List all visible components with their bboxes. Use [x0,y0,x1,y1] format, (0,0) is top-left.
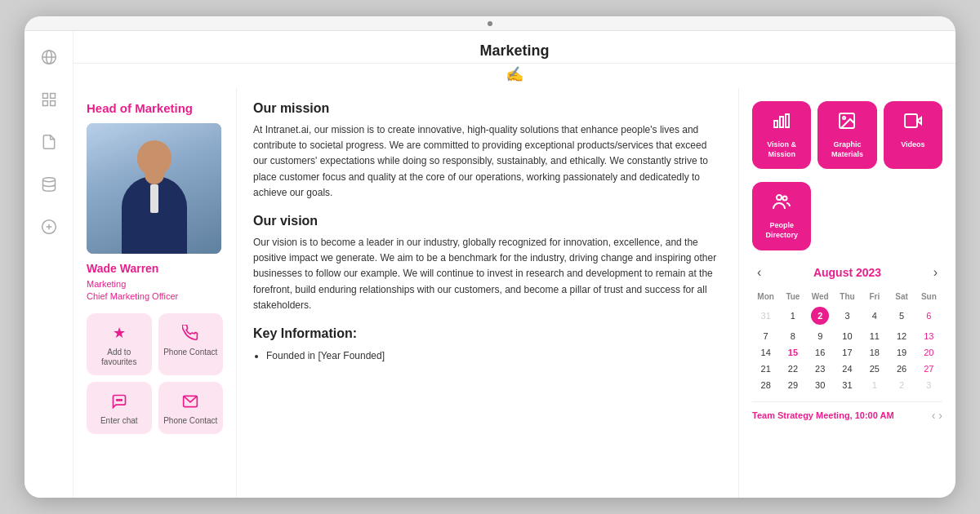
calendar-day-cell[interactable]: 7 [752,328,779,344]
calendar-day-cell[interactable]: 29 [779,377,806,393]
svg-rect-17 [786,114,789,127]
calendar-next-button[interactable]: › [929,264,942,281]
key-info-label: Key Information: [253,326,722,341]
database-icon[interactable] [36,171,62,197]
svg-point-22 [777,195,782,200]
calendar-day-cell[interactable]: 21 [752,361,779,377]
calendar-day-cell[interactable]: 5 [888,304,915,328]
left-column: Head of Marketing [74,88,237,498]
weekday-fri: Fri [861,290,888,304]
calendar-day-cell[interactable]: 1 [779,304,806,328]
calendar-day-cell[interactable]: 15 [779,344,806,361]
grid-icon[interactable] [36,86,62,113]
bar-chart-icon [772,111,791,135]
calendar-day-cell[interactable]: 20 [915,344,942,361]
camera-dot [488,21,492,26]
svg-rect-16 [780,117,783,127]
event-next-button[interactable]: › [938,409,942,422]
phone-contact-button-1[interactable]: Phone Contact [158,313,224,375]
calendar-day-cell[interactable]: 11 [861,328,888,344]
people-icon [772,192,791,216]
svg-rect-6 [50,101,55,106]
globe-icon[interactable] [36,44,62,70]
calendar-day-cell[interactable]: 6 [915,304,942,328]
quick-link-vision-mission[interactable]: Vision &Mission [752,101,811,169]
phone-icon-1 [179,321,202,344]
event-prev-button[interactable]: ‹ [932,409,936,422]
calendar-day-cell[interactable]: 13 [915,328,942,344]
image-icon [837,111,857,135]
calendar-day-cell[interactable]: 12 [888,328,915,344]
calendar-day-cell[interactable]: 28 [752,377,779,393]
enter-chat-button[interactable]: Enter chat [87,382,152,434]
mission-title: Our mission [253,101,722,116]
svg-point-11 [116,399,118,401]
calendar-day-cell[interactable]: 26 [888,361,915,377]
calendar-day-cell[interactable]: 23 [807,361,834,377]
calendar-day-cell[interactable]: 10 [834,328,861,344]
calendar-day-cell[interactable]: 27 [915,361,942,377]
calendar-prev-button[interactable]: ‹ [752,264,766,281]
add-icon[interactable] [36,214,62,240]
calendar-day-cell[interactable]: 25 [861,361,888,377]
calendar-day-cell[interactable]: 31 [752,304,779,328]
calendar-day-cell[interactable]: 14 [752,344,779,361]
calendar-day-cell[interactable]: 2 [807,304,834,328]
star-icon: ★ [108,321,131,344]
mission-text: At Intranet.ai, our mission is to create… [253,122,722,201]
svg-rect-15 [774,121,777,127]
add-favourites-label: Add to favourites [91,348,147,367]
vision-text: Our vision is to become a leader in our … [253,235,722,313]
weekday-mon: Mon [752,290,779,304]
svg-rect-5 [42,101,47,106]
svg-point-19 [843,117,845,119]
videos-label: Videos [901,140,924,150]
phone-contact-label-2: Phone Contact [163,416,217,426]
svg-rect-3 [42,94,47,99]
calendar-day-cell[interactable]: 31 [834,377,861,393]
calendar-day-cell[interactable]: 16 [807,344,834,361]
chat-icon [108,390,131,413]
calendar-week-row: 78910111213 [752,328,942,344]
calendar-day-cell[interactable]: 17 [834,344,861,361]
person-name: Wade Warren [87,262,223,275]
svg-rect-4 [50,94,55,99]
weekday-wed: Wed [807,290,834,304]
three-column-layout: Head of Marketing [74,88,956,498]
calendar-day-cell[interactable]: 1 [861,377,888,393]
calendar-day-cell[interactable]: 4 [861,304,888,328]
phone-contact-button-2[interactable]: Phone Contact [158,382,224,434]
head-of-marketing-label: Head of Marketing [87,101,223,115]
calendar-day-cell[interactable]: 19 [888,344,915,361]
right-column: Vision &Mission GraphicMaterials [739,88,956,498]
calendar-day-cell[interactable]: 3 [915,377,942,393]
enter-chat-label: Enter chat [100,416,138,426]
calendar-day-cell[interactable]: 3 [834,304,861,328]
person-role: Marketing Chief Marketing Officer [87,278,223,304]
calendar-day-cell[interactable]: 8 [779,328,806,344]
main-layout: Marketing ✍ Head of Marketing [24,31,956,498]
mail-icon [179,390,202,413]
add-to-favourites-button[interactable]: ★ Add to favourites [87,313,152,375]
calendar-day-cell[interactable]: 30 [807,377,834,393]
calendar-day-cell[interactable]: 9 [807,328,834,344]
calendar-day-cell[interactable]: 24 [834,361,861,377]
calendar-day-cell[interactable]: 2 [888,377,915,393]
svg-point-12 [118,399,120,401]
svg-point-23 [783,197,787,201]
quick-link-people-directory[interactable]: PeopleDirectory [752,182,811,250]
svg-point-13 [120,399,122,401]
document-icon[interactable] [36,129,62,155]
calendar-week-row: 28293031123 [752,377,942,393]
weekday-sat: Sat [888,290,915,304]
people-directory-label: PeopleDirectory [765,221,798,240]
calendar-day-cell[interactable]: 22 [779,361,806,377]
profile-photo [87,123,221,254]
calendar-body: 3112345678910111213141516171819202122232… [752,304,942,393]
event-name: Team Strategy Meeting, 10:00 AM [752,410,894,420]
quick-link-videos[interactable]: Videos [884,101,942,169]
quick-link-graphic-materials[interactable]: GraphicMaterials [817,101,876,169]
weekday-tue: Tue [779,290,806,304]
top-bar [24,16,956,31]
calendar-day-cell[interactable]: 18 [861,344,888,361]
